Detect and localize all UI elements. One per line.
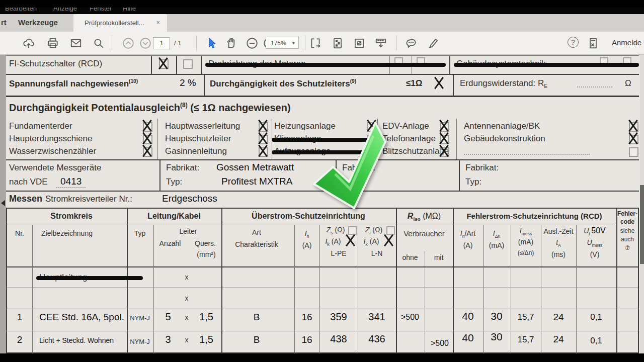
schutzleiter-condition: ≤1Ω	[406, 78, 422, 88]
ln-check-x[interactable]	[383, 234, 393, 246]
col-anzahl: Anzahl	[159, 239, 181, 247]
col-mm2: (mm²)	[197, 250, 215, 258]
row-quers[interactable]: 1,5	[199, 334, 213, 345]
row-riso-ohne[interactable]: >500	[401, 313, 419, 322]
row-nr[interactable]: 2	[17, 334, 23, 345]
print-icon[interactable]	[46, 37, 59, 50]
col-rcd-in-unit: (A)	[463, 241, 473, 249]
row-anzahl[interactable]: 3	[165, 334, 171, 345]
group-stromkreis: Stromkreis	[50, 212, 93, 221]
row-idn[interactable]: 30	[491, 331, 502, 343]
collapse-marker-icon	[1, 200, 5, 206]
fabrikat-value-1[interactable]: Gossen Metrawatt	[216, 162, 294, 173]
row-imess[interactable]: 15,7	[517, 335, 534, 345]
fabrikat-label-1: Fabrikat:	[166, 163, 199, 173]
zoom-level-select[interactable]: 175% ▾	[266, 37, 299, 49]
row-quers[interactable]: 1,5	[199, 311, 213, 323]
sign-in-button[interactable]: Anmelde	[612, 38, 641, 47]
toolbar-divider	[305, 36, 305, 50]
row-nr[interactable]: 1	[17, 312, 23, 323]
fullscreen-icon[interactable]	[353, 37, 366, 50]
row-anzahl[interactable]: 5	[165, 311, 171, 323]
email-icon[interactable]	[69, 37, 83, 50]
next-page-icon[interactable]	[139, 37, 152, 50]
row-ta[interactable]: 24	[553, 312, 564, 323]
spannungsfall-value[interactable]: 2 %	[180, 77, 196, 88]
row-zln[interactable]: 341	[368, 311, 385, 323]
read-mode-icon[interactable]	[374, 37, 387, 50]
fit-page-icon[interactable]	[331, 37, 344, 50]
row-ziel[interactable]: Licht + Steckd. Wohnen	[39, 336, 114, 344]
row-times: x	[185, 336, 189, 344]
row-ziel[interactable]: CEE Std. 16A, 5pol.	[39, 312, 124, 323]
toolbar: 1 / 1 175% ▾ ? Anmelde	[0, 32, 644, 55]
row-typ[interactable]: NYM-J	[130, 314, 150, 322]
row-idn[interactable]: 30	[491, 310, 502, 322]
schutzleiter-check-x[interactable]	[434, 77, 444, 89]
row-zlpe[interactable]: 359	[330, 311, 347, 323]
zoom-out-icon[interactable]	[246, 37, 259, 50]
lpe-check-x[interactable]	[345, 234, 355, 246]
verteiler-value[interactable]: Erdgeschoss	[162, 193, 217, 204]
col-ausl: Ausl.-Zeit	[543, 227, 573, 235]
pdf-document-page: FI-Schutzschalter (RCD) Drehrichtung der…	[6, 54, 640, 353]
typ-value-1[interactable]: Profitest MXTRA	[221, 176, 292, 187]
row-rcd-in[interactable]: 40	[462, 332, 473, 344]
acrobat-window: Bearbeiten Anzeige Fenster Hilfe rt Werk…	[0, 0, 644, 362]
row-imess[interactable]: 15,7	[517, 312, 534, 322]
close-tab-icon[interactable]: ×	[156, 19, 160, 26]
vertical-scrollbar[interactable]	[640, 54, 644, 353]
col-rcd-in: In/Art	[460, 229, 476, 239]
bond-item: Antennenanlage/BK	[464, 121, 540, 131]
col-quers: Quers.	[195, 239, 216, 247]
scrollbar-thumb[interactable]	[640, 185, 644, 264]
page-number-input[interactable]: 1	[153, 37, 170, 49]
erdungswiderstand-unit: Ω	[625, 78, 631, 88]
col-in: In	[305, 229, 309, 239]
green-checkmark-overlay	[306, 119, 391, 212]
bond-item: Gebäudekonstruktion	[464, 134, 545, 144]
share-cloud-icon[interactable]	[22, 37, 35, 50]
tab-document[interactable]: Prüfprotokollerstell... ×	[73, 14, 167, 32]
row-times: x	[185, 313, 189, 321]
export-document-icon[interactable]	[587, 37, 600, 50]
col-verbraucher: Verbraucher	[404, 229, 445, 238]
zs-checkbox[interactable]	[348, 226, 357, 235]
row-zlpe[interactable]: 438	[330, 333, 347, 345]
row-art[interactable]: B	[254, 334, 260, 345]
col-idn: IΔn	[493, 229, 501, 239]
row-in[interactable]: 16	[301, 312, 312, 323]
help-icon[interactable]: ?	[568, 37, 579, 48]
row-in[interactable]: 16	[301, 334, 312, 345]
hand-tool-icon[interactable]	[224, 37, 237, 50]
fi-rcd-checkbox-no[interactable]	[183, 59, 193, 69]
row-rcd-in[interactable]: 40	[462, 310, 473, 322]
tab-werkzeuge[interactable]: Werkzeuge	[18, 18, 58, 27]
fi-rcd-check-x[interactable]	[158, 57, 168, 69]
col-mit: mit	[434, 253, 444, 261]
zi-checkbox[interactable]	[386, 226, 395, 235]
search-icon[interactable]	[92, 37, 105, 50]
group-rcd: Fehlerstrom-Schutzeinrichtung (RCD)	[466, 212, 602, 220]
row-zln[interactable]: 436	[368, 333, 385, 345]
bond-blank-line[interactable]	[464, 154, 590, 155]
row-typ[interactable]: NYM-J	[130, 338, 150, 345]
select-cursor-icon[interactable]	[205, 37, 218, 50]
page-total-label: / 1	[174, 39, 181, 47]
row-ta[interactable]: 24	[553, 334, 564, 345]
row-art[interactable]: B	[254, 312, 260, 323]
highlight-icon[interactable]	[427, 37, 440, 50]
row-u[interactable]: 0,1	[590, 312, 602, 322]
previous-page-icon[interactable]	[122, 37, 135, 50]
comment-icon[interactable]	[405, 37, 418, 50]
row-u[interactable]: 0,1	[590, 336, 602, 346]
col-nr: Nr.	[15, 229, 24, 237]
fit-width-icon[interactable]	[309, 37, 322, 50]
bond-checkbox[interactable]	[629, 147, 638, 157]
fehlercode-line: siehe	[620, 227, 635, 234]
col-in-unit: (A)	[302, 241, 312, 249]
erdungswiderstand-blank[interactable]	[577, 86, 612, 87]
vde-value[interactable]: 0413	[56, 176, 86, 188]
row-riso-mit[interactable]: >500	[431, 339, 449, 348]
tab-start-partial[interactable]: rt	[1, 18, 7, 27]
